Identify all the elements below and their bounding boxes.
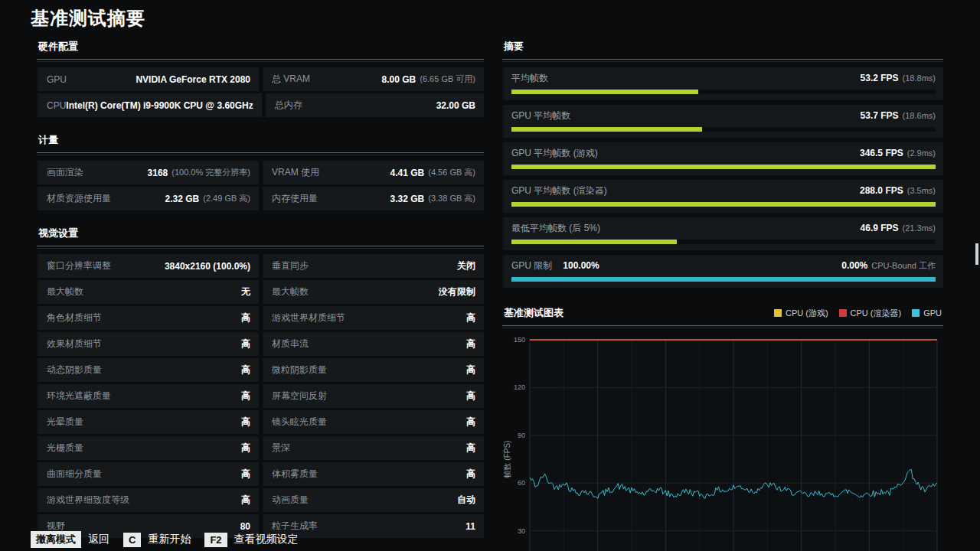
summary-value: 46.9 FPS: [861, 223, 899, 233]
visual-settings-rows: 窗口分辨率调整3840x2160 (100.0%)垂直同步关闭最大帧数无最大帧数…: [37, 254, 484, 538]
setting-value: 高: [241, 468, 250, 481]
footer-action-1[interactable]: C重新开始: [123, 533, 191, 547]
setting-cell: GPUNVIDIA GeForce RTX 2080: [37, 67, 259, 91]
summary-value-group: 53.2 FPS(18.8ms): [861, 73, 936, 83]
setting-value: 高: [241, 390, 250, 403]
footer-action-2[interactable]: F2查看视频设定: [204, 533, 298, 547]
summary-note: (18.8ms): [903, 73, 936, 83]
setting-cell: 动态阴影质量高: [37, 358, 259, 382]
setting-label: 效果材质细节: [47, 337, 241, 350]
setting-cell: 总内存32.00 GB: [265, 93, 484, 117]
benchmark-summary-page: 基准测试摘要 硬件配置 GPUNVIDIA GeForce RTX 2080总 …: [0, 0, 980, 551]
summary-bar-fill: [511, 165, 936, 169]
visual_settings-row: 光晕质量高镜头眩光质量高: [37, 410, 484, 434]
summary-bar-track: [511, 127, 936, 132]
summary-section-title: 摘要: [504, 40, 524, 54]
summary-item-top: GPU 限制100.00%0.00%CPU-Bound 工作: [511, 259, 936, 272]
setting-cell: 光晕质量高: [37, 410, 259, 434]
setting-cell: 角色材质细节高: [37, 306, 259, 330]
y-tick-label: 60: [518, 479, 525, 487]
setting-cell: 动画质量自动: [262, 488, 484, 512]
setting-note: (2.49 GB 高): [203, 193, 250, 204]
setting-cell: 光栅质量高: [37, 436, 259, 460]
metrics-section-header: 计量: [37, 130, 484, 153]
setting-value: 高: [241, 337, 250, 350]
chart-section-header: 基准测试图表 CPU (游戏)CPU (渲染器)GPU: [502, 303, 943, 326]
summary-label: GPU 限制: [511, 259, 552, 272]
summary-item: 最低平均帧数 (后 5%)46.9 FPS(21.3ms): [502, 217, 943, 250]
summary-label: GPU 平均帧数 (渲染器): [511, 184, 607, 197]
summary-item-top: GPU 平均帧数53.7 FPS(18.6ms): [511, 109, 936, 122]
summary-item-left: 最低平均帧数 (后 5%): [511, 222, 600, 235]
page-title: 基准测试摘要: [31, 6, 145, 31]
visual_settings-row: 窗口分辨率调整3840x2160 (100.0%)垂直同步关闭: [37, 254, 484, 278]
setting-cell: 体积雾质量高: [262, 462, 484, 486]
summary-bar-fill: [511, 90, 698, 94]
setting-label: 光晕质量: [47, 416, 241, 429]
summary-item-left: GPU 限制100.00%: [511, 259, 599, 272]
setting-cell: 最大帧数无: [37, 280, 259, 304]
visual-settings-section-title: 视觉设置: [38, 227, 78, 240]
summary-value: 53.7 FPS: [861, 110, 899, 121]
setting-note: (3.38 GB 高): [428, 193, 475, 204]
setting-value: Intel(R) Core(TM) i9-9900K CPU @ 3.60GHz: [66, 100, 253, 111]
setting-label: 景深: [272, 442, 466, 455]
setting-value: 高: [466, 390, 475, 403]
setting-label: 动态阴影质量: [47, 364, 241, 377]
summary-bar-fill: [511, 240, 677, 244]
summary-label: 平均帧数: [511, 72, 548, 85]
setting-note: (6.65 GB 可用): [420, 73, 475, 85]
summary-item: GPU 限制100.00%0.00%CPU-Bound 工作: [502, 255, 943, 288]
setting-label: 画面渲染: [47, 166, 148, 179]
hardware-section: 硬件配置 GPUNVIDIA GeForce RTX 2080总 VRAM8.0…: [37, 37, 484, 117]
setting-value: 自动: [457, 494, 475, 507]
setting-value: 高: [466, 416, 475, 429]
setting-label: 环境光遮蔽质量: [47, 390, 241, 403]
summary-item-top: 最低平均帧数 (后 5%)46.9 FPS(21.3ms): [511, 222, 936, 235]
setting-label: 微粒阴影质量: [272, 364, 466, 377]
setting-value: 高: [241, 311, 250, 324]
summary-item-top: GPU 平均帧数 (渲染器)288.0 FPS(3.5ms): [511, 184, 936, 197]
footer-action-0[interactable]: 撤离模式返回: [31, 531, 109, 548]
setting-cell: 微粒阴影质量高: [262, 358, 484, 382]
hardware-row: GPUNVIDIA GeForce RTX 2080总 VRAM8.00 GB(…: [37, 67, 484, 91]
setting-label: 游戏世界材质细节: [272, 311, 466, 324]
hardware-section-header: 硬件配置: [37, 37, 484, 60]
setting-value: 高: [466, 311, 475, 324]
setting-value: 11: [466, 521, 475, 532]
visual_settings-row: 曲面细分质量高体积雾质量高: [37, 462, 484, 486]
y-tick-label: 30: [518, 527, 525, 535]
metrics-row: 材质资源使用量2.32 GB(2.49 GB 高)内存使用量3.32 GB(3.…: [37, 187, 484, 210]
scrollbar-thumb[interactable]: [975, 243, 978, 265]
setting-label: 动画质量: [272, 494, 457, 507]
setting-cell: 游戏世界材质细节高: [262, 306, 484, 330]
keycap-0: 撤离模式: [31, 531, 81, 548]
setting-value: 高: [241, 416, 250, 429]
setting-value: 高: [241, 494, 250, 507]
footer-action-label: 重新开始: [148, 533, 191, 546]
summary-note: (18.6ms): [903, 111, 936, 120]
summary-note: (2.9ms): [907, 148, 936, 158]
summary-value-group: 46.9 FPS(21.3ms): [861, 223, 936, 233]
setting-cell: 材质资源使用量2.32 GB(2.49 GB 高): [37, 187, 259, 210]
setting-label: 游戏世界细致度等级: [47, 494, 241, 507]
metrics-section-title: 计量: [38, 133, 58, 147]
summary-label: GPU 平均帧数: [511, 109, 570, 122]
visual-settings-section: 视觉设置 窗口分辨率调整3840x2160 (100.0%)垂直同步关闭最大帧数…: [37, 223, 484, 538]
footer-action-bar: 撤离模式返回C重新开始F2查看视频设定: [31, 531, 299, 548]
setting-cell: 垂直同步关闭: [262, 254, 484, 278]
keycap-1: C: [123, 533, 141, 547]
setting-value: 4.41 GB: [390, 168, 425, 178]
setting-label: 窗口分辨率调整: [47, 259, 165, 272]
visual_settings-row: 最大帧数无最大帧数没有限制: [37, 280, 484, 304]
summary-bar-track: [511, 240, 936, 244]
footer-action-label: 返回: [88, 533, 109, 546]
setting-cell: 屏幕空间反射高: [262, 384, 484, 408]
setting-label: 最大帧数: [47, 285, 241, 298]
setting-cell: 窗口分辨率调整3840x2160 (100.0%): [37, 254, 259, 278]
summary-item: GPU 平均帧数53.7 FPS(18.6ms): [502, 105, 943, 138]
setting-value: 80: [240, 521, 250, 532]
legend-swatch: [839, 309, 847, 317]
setting-label: 垂直同步: [272, 259, 457, 272]
setting-cell: VRAM 使用4.41 GB(4.56 GB 高): [262, 161, 484, 184]
